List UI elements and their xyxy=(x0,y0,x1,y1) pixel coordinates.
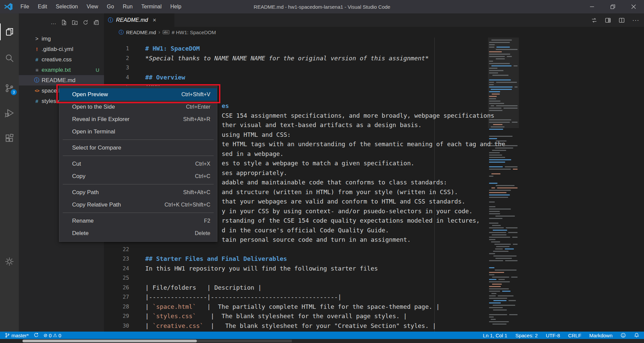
bell-icon[interactable] xyxy=(634,333,639,338)
menu-view[interactable]: View xyxy=(82,0,102,13)
menu-item-label: Select for Compare xyxy=(72,145,121,151)
status-markdown[interactable]: Markdown xyxy=(589,333,612,338)
file-item-.gitlab-ci.yml[interactable]: !.gitlab-ci.yml xyxy=(19,44,104,54)
breadcrumb-symbol[interactable]: # HW1: SpaceDOM xyxy=(172,30,216,35)
feedback-icon[interactable] xyxy=(621,333,626,338)
git-branch-icon xyxy=(5,333,10,338)
menu-item-shortcut: Ctrl+K Ctrl+Shift+C xyxy=(165,202,210,208)
minimap-line xyxy=(489,79,511,80)
menu-help[interactable]: Help xyxy=(166,0,186,13)
menu-item-label: Copy Path xyxy=(72,189,99,196)
minimap-line xyxy=(491,187,495,188)
split-editor-icon[interactable] xyxy=(619,17,625,23)
minimap-line xyxy=(492,284,502,285)
open-changes-icon[interactable] xyxy=(591,17,597,23)
status-utf-8[interactable]: UTF-8 xyxy=(546,333,560,338)
tab-close-icon[interactable]: × xyxy=(153,17,156,24)
minimap-line xyxy=(489,183,497,184)
minimize-button[interactable] xyxy=(582,0,602,13)
git-branch-status[interactable]: master* xyxy=(5,333,29,338)
source-control-icon[interactable]: 3 xyxy=(0,80,19,97)
minimap-line xyxy=(495,270,517,271)
minimap-line xyxy=(489,122,510,123)
minimap-line xyxy=(489,291,500,292)
menu-item-shortcut: Ctrl+C xyxy=(195,173,210,179)
more-actions-icon[interactable]: ··· xyxy=(632,17,639,24)
file-item-example.txt[interactable]: ≡example.txtU xyxy=(19,65,104,75)
menu-item-select-for-compare[interactable]: Select for Compare xyxy=(59,141,217,154)
menu-item-open-to-the-side[interactable]: Open to the SideCtrl+Enter xyxy=(59,101,217,113)
minimap-line xyxy=(489,197,508,198)
file-item-img[interactable]: >img xyxy=(19,34,104,44)
sync-icon xyxy=(34,333,39,338)
tab-readme[interactable]: ⓘ README.md × xyxy=(104,13,174,27)
minimap-line xyxy=(495,148,513,149)
horizontal-scrollbar-thumb[interactable] xyxy=(22,340,197,342)
minimap-line xyxy=(489,192,506,193)
collapse-all-icon[interactable] xyxy=(93,19,99,25)
minimap-line xyxy=(494,244,511,245)
run-debug-icon[interactable] xyxy=(0,105,19,121)
menu-selection[interactable]: Selection xyxy=(51,0,82,13)
menu-item-copy-relative-path[interactable]: Copy Relative PathCtrl+K Ctrl+Shift+C xyxy=(59,198,217,211)
menu-item-delete[interactable]: DeleteDelete xyxy=(59,227,217,239)
code-line-28: 28| `space.html` | The partially complet… xyxy=(104,302,540,311)
status-spaces-2[interactable]: Spaces: 2 xyxy=(515,333,538,338)
status-ln-1-col-1[interactable]: Ln 1, Col 1 xyxy=(483,333,507,338)
extensions-icon[interactable] xyxy=(0,130,19,147)
minimap-line xyxy=(509,314,518,315)
file-item-README.md[interactable]: ⓘREADME.md xyxy=(19,75,104,85)
menu-go[interactable]: Go xyxy=(103,0,118,13)
menu-terminal[interactable]: Terminal xyxy=(137,0,166,13)
minimap-line xyxy=(489,288,509,289)
menu-item-reveal-in-file-explorer[interactable]: Reveal in File ExplorerShift+Alt+R xyxy=(59,113,217,125)
minimap-line xyxy=(489,298,507,299)
menu-item-copy[interactable]: CopyCtrl+C xyxy=(59,170,217,182)
breadcrumb-info-icon: ⓘ xyxy=(119,29,124,36)
open-preview-side-icon[interactable] xyxy=(605,17,611,23)
settings-gear-icon[interactable] xyxy=(0,253,19,270)
restore-button[interactable] xyxy=(602,0,623,13)
line-number: 22 xyxy=(111,244,129,254)
line-number: 3 xyxy=(111,63,129,72)
menu-item-rename[interactable]: RenameF2 xyxy=(59,215,217,227)
minimap-line xyxy=(489,232,506,233)
menu-run[interactable]: Run xyxy=(118,0,137,13)
problems-status[interactable]: ⊘ 0 ⚠ 0 xyxy=(44,333,61,338)
minimap-line xyxy=(491,105,494,106)
line-text: ## Overview xyxy=(145,72,185,82)
refresh-icon[interactable] xyxy=(83,19,89,25)
minimap-line xyxy=(489,119,511,120)
minimap-line xyxy=(496,140,506,141)
menu-file[interactable]: File xyxy=(16,0,34,13)
css-file-icon: # xyxy=(33,57,41,62)
file-item-creative.css[interactable]: #creative.css xyxy=(19,54,104,65)
menu-item-label: Open in Terminal xyxy=(72,128,115,135)
minimap-line xyxy=(489,237,510,238)
minimap-line xyxy=(511,277,518,278)
minimap-line xyxy=(489,138,497,139)
menu-item-copy-path[interactable]: Copy PathShift+Alt+C xyxy=(59,186,217,198)
search-icon[interactable] xyxy=(0,50,19,66)
explorer-icon[interactable] xyxy=(0,23,19,40)
menu-item-open-in-terminal[interactable]: Open in Terminal xyxy=(59,125,217,138)
status-crlf[interactable]: CRLF xyxy=(568,333,581,338)
explorer-overflow[interactable]: ... xyxy=(51,19,56,25)
new-folder-icon[interactable] xyxy=(72,19,78,25)
minimap-line xyxy=(489,101,500,102)
minimap-line xyxy=(498,295,514,296)
menu-item-cut[interactable]: CutCtrl+X xyxy=(59,158,217,170)
menu-item-open-preview[interactable]: Open PreviewCtrl+Shift+V xyxy=(59,88,217,101)
new-file-icon[interactable] xyxy=(61,19,67,25)
minimap[interactable] xyxy=(488,38,519,332)
minimap-line xyxy=(489,239,495,240)
minimap-line xyxy=(507,56,512,57)
minimap-line xyxy=(492,324,506,325)
breadcrumb-file[interactable]: README.md xyxy=(126,30,156,35)
minimap-line xyxy=(489,129,503,130)
menu-edit[interactable]: Edit xyxy=(34,0,52,13)
close-button[interactable] xyxy=(623,0,644,13)
minimap-line xyxy=(489,253,495,254)
menu-item-label: Open Preview xyxy=(72,91,108,98)
sync-status[interactable] xyxy=(34,333,39,338)
